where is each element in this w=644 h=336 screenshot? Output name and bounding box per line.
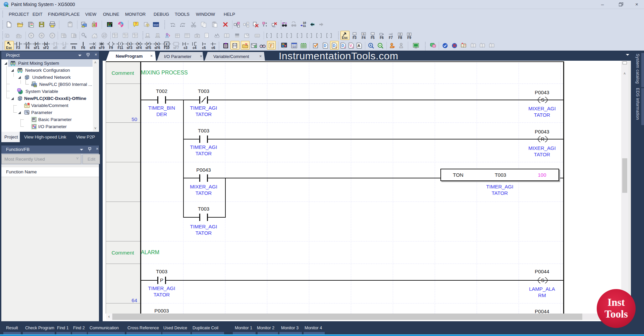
svg-text:11: 11 <box>303 24 306 27</box>
svg-text:A: A <box>358 44 360 48</box>
svg-text:o: o <box>285 21 287 24</box>
svg-text:P: P <box>36 43 38 46</box>
svg-text:S: S <box>128 42 130 46</box>
svg-text:D: D <box>324 44 326 48</box>
svg-text:/: / <box>120 42 121 46</box>
svg-text:N: N <box>363 33 364 35</box>
svg-text:F: F <box>166 43 168 46</box>
svg-text:123: 123 <box>292 46 296 48</box>
svg-text:N: N <box>45 43 47 46</box>
svg-text:P: P <box>147 42 149 46</box>
svg-text:sso: sso <box>153 23 159 26</box>
svg-text:c: c <box>344 46 346 49</box>
svg-text:S: S <box>541 97 544 103</box>
svg-text:v: v <box>335 46 337 49</box>
svg-text:F: F <box>270 43 273 48</box>
svg-text:?: ? <box>135 22 137 26</box>
svg-text:S: S <box>541 278 544 283</box>
svg-text:c: c <box>352 46 354 49</box>
svg-text:R: R <box>138 42 140 46</box>
svg-text:N: N <box>156 42 159 46</box>
svg-text:R: R <box>541 136 544 142</box>
svg-text:?: ? <box>74 35 76 37</box>
